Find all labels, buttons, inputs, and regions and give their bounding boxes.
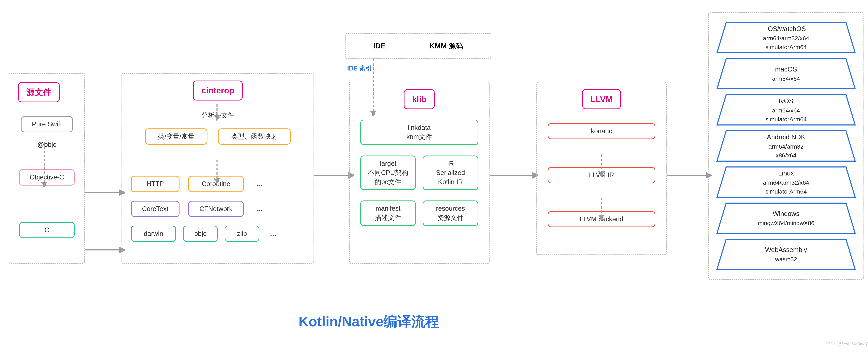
klib-target-3: 的bc文件 bbox=[375, 178, 401, 187]
klib-ir: IR Serialized Kotlin IR bbox=[423, 156, 478, 190]
klib-manifest-1: manifest bbox=[375, 204, 401, 213]
llvm-header: LLVM bbox=[582, 89, 621, 109]
target-sub: arm64/arm32 bbox=[767, 142, 805, 151]
llvm-konanc: konanc bbox=[548, 123, 655, 139]
pure-swift-box: Pure Swift bbox=[21, 116, 73, 132]
arrow-ir-to-backend bbox=[598, 198, 605, 220]
klib-group: klib linkdata knm文件 target 不同CPU架构 的bc文件… bbox=[349, 82, 490, 264]
target-sub: wasm32 bbox=[765, 255, 807, 264]
klib-header: klib bbox=[404, 89, 435, 109]
klib-target-2: 不同CPU架构 bbox=[368, 168, 408, 178]
c-box: C bbox=[19, 222, 75, 238]
target-sub: simulatorArm64 bbox=[766, 115, 807, 124]
klib-resources: resources 资源文件 bbox=[423, 200, 478, 226]
target-title: tvOS bbox=[766, 96, 807, 106]
arrow-cinterop-to-klib bbox=[314, 172, 354, 179]
klib-ir-3: Kotlin IR bbox=[438, 178, 463, 187]
cinterop-header: cinterop bbox=[193, 81, 243, 100]
target-5: Windows mingwX64/mingwX86 bbox=[716, 202, 857, 235]
target-2: tvOS arm64/x64simulatorArm64 bbox=[716, 93, 857, 126]
target-sub: arm64/arm32/x64 bbox=[763, 34, 809, 43]
ellipsis-2: … bbox=[252, 205, 266, 213]
arrow-objc-to-cinterop bbox=[85, 189, 125, 196]
target-1: macOS arm64/x64 bbox=[716, 57, 857, 90]
ellipsis-1: … bbox=[252, 180, 266, 188]
svg-marker-17 bbox=[599, 172, 604, 177]
arrow-konanc-to-ir bbox=[598, 155, 605, 177]
source-header: 源文件 bbox=[18, 82, 60, 102]
target-4: Linux arm64/arm32/x64simulatorArm64 bbox=[716, 166, 857, 198]
klib-manifest: manifest 描述文件 bbox=[360, 200, 416, 226]
klib-ir-1: IR bbox=[447, 159, 454, 168]
cinterop-classes: 类/变量/常量 bbox=[145, 128, 208, 145]
watermark: CSDN @Deft_MKJing宓珂璟 bbox=[825, 341, 868, 347]
arrow-c-to-cinterop bbox=[85, 247, 125, 253]
cinterop-cfnetwork: CFNetwork bbox=[188, 201, 244, 217]
target-sub: arm64/arm32/x64 bbox=[763, 178, 809, 187]
ellipsis-3: … bbox=[266, 230, 280, 237]
target-sub: x86/x64 bbox=[767, 151, 805, 160]
target-title: Linux bbox=[763, 168, 809, 178]
targets-group: iOS/watchOS arm64/arm32/x64simulatorArm6… bbox=[708, 12, 864, 280]
target-sub: simulatorArm64 bbox=[763, 187, 809, 196]
cinterop-coretext: CoreText bbox=[131, 201, 180, 217]
svg-marker-7 bbox=[215, 116, 219, 121]
klib-linkdata-2: knm文件 bbox=[367, 132, 472, 141]
target-sub: arm64/x64 bbox=[766, 106, 807, 115]
target-title: macOS bbox=[772, 64, 800, 74]
svg-marker-19 bbox=[599, 215, 604, 220]
klib-linkdata: linkdata knm文件 bbox=[360, 120, 478, 145]
target-title: WebAssembly bbox=[765, 245, 807, 255]
cinterop-typemap: 类型、函数映射 bbox=[218, 128, 291, 145]
klib-res-1: resources bbox=[436, 204, 465, 213]
cinterop-zlib: zlib bbox=[225, 226, 259, 242]
ide-label: IDE bbox=[373, 42, 385, 50]
ide-index-label: IDE 索引 bbox=[347, 64, 372, 73]
klib-ir-2: Serialized bbox=[436, 168, 465, 178]
svg-marker-9 bbox=[215, 179, 219, 184]
klib-target: target 不同CPU架构 的bc文件 bbox=[360, 156, 416, 190]
target-sub: arm64/x64 bbox=[772, 74, 800, 83]
cinterop-darwin: darwin bbox=[131, 226, 176, 242]
klib-target-1: target bbox=[379, 159, 396, 168]
arrow-klib-to-llvm bbox=[490, 172, 538, 179]
target-sub: simulatorArm64 bbox=[763, 43, 809, 52]
kmm-src-label: KMM 源码 bbox=[430, 41, 464, 51]
arrow-llvm-to-targets bbox=[666, 172, 712, 179]
target-3: Android NDK arm64/arm32x86/x64 bbox=[716, 129, 857, 162]
cinterop-http: HTTP bbox=[131, 176, 180, 192]
cinterop-objc: objc bbox=[183, 226, 218, 242]
target-title: iOS/watchOS bbox=[763, 24, 809, 34]
klib-res-2: 资源文件 bbox=[437, 213, 464, 222]
arrow-cinterop-types-down bbox=[214, 160, 220, 184]
target-sub: mingwX64/mingwX86 bbox=[758, 219, 814, 228]
target-title: Windows bbox=[758, 209, 814, 219]
arrow-swift-to-objc bbox=[41, 142, 48, 188]
svg-marker-1 bbox=[42, 182, 47, 188]
klib-manifest-2: 描述文件 bbox=[375, 213, 401, 222]
klib-linkdata-1: linkdata bbox=[367, 123, 472, 132]
target-title: Android NDK bbox=[767, 132, 805, 142]
diagram-title: Kotlin/Native编译流程 bbox=[299, 313, 439, 331]
ide-group: IDE KMM 源码 bbox=[345, 33, 491, 59]
arrow-cinterop-analyze-down bbox=[214, 104, 220, 121]
target-6: WebAssembly wasm32 bbox=[716, 238, 857, 271]
target-0: iOS/watchOS arm64/arm32/x64simulatorArm6… bbox=[716, 21, 857, 54]
